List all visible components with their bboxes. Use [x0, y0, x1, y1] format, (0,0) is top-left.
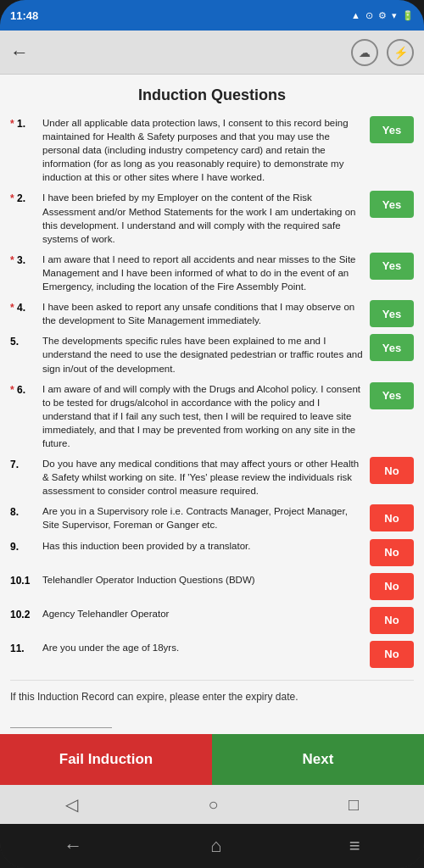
nav-bar: ← ☁ ⚡	[0, 31, 424, 75]
question-row: * 6.I am aware of and will comply with t…	[10, 382, 414, 450]
answer-button[interactable]: Yes	[370, 253, 414, 280]
next-button[interactable]: Next	[212, 734, 424, 785]
question-text: Under all applicable data protection law…	[42, 116, 363, 184]
home-home-button[interactable]: ⌂	[210, 835, 221, 857]
question-row: * 2.I have been briefed by my Employer o…	[10, 191, 414, 245]
main-content: Induction Questions * 1.Under all applic…	[0, 75, 424, 785]
question-text: I have been asked to report any unsafe c…	[42, 300, 363, 327]
question-text: Do you have any medical conditions that …	[42, 457, 363, 498]
signal-icon: ▲	[351, 10, 360, 20]
question-text: I am aware of and will comply with the D…	[42, 382, 363, 450]
content-scroll: Induction Questions * 1.Under all applic…	[0, 75, 424, 734]
home-menu-button[interactable]: ≡	[349, 835, 360, 857]
expiry-input[interactable]	[10, 708, 112, 728]
answer-button[interactable]: Yes	[370, 191, 414, 218]
question-number: * 2.	[10, 192, 36, 204]
question-text: Agency Telehandler Operator	[42, 607, 363, 620]
question-number: 10.1	[10, 575, 36, 587]
question-text: Are you under the age of 18yrs.	[42, 641, 363, 654]
question-row: * 3.I am aware that I need to report all…	[10, 253, 414, 293]
question-row: 9.Has this induction been provided by a …	[10, 539, 414, 566]
wifi2-icon: ▾	[392, 10, 397, 21]
home-bar: ← ⌂ ≡	[0, 824, 424, 868]
answer-button[interactable]: No	[370, 539, 414, 566]
android-home-button[interactable]: ○	[208, 795, 218, 815]
question-row: 10.2Agency Telehandler OperatorNo	[10, 607, 414, 634]
home-back-button[interactable]: ←	[64, 835, 82, 857]
question-number: * 6.	[10, 384, 36, 396]
question-number: 11.	[10, 643, 36, 654]
android-recent-button[interactable]: ◁	[65, 794, 78, 815]
back-button[interactable]: ←	[10, 42, 29, 64]
question-number: * 1.	[10, 118, 36, 130]
question-text: The developments specific rules have bee…	[42, 334, 363, 375]
question-number: * 4.	[10, 302, 36, 314]
question-number: 8.	[10, 506, 36, 518]
answer-button[interactable]: Yes	[370, 300, 414, 327]
question-number: 9.	[10, 541, 36, 553]
question-row: 8.Are you in a Supervisory role i.e. Con…	[10, 504, 414, 531]
question-text: I am aware that I need to report all acc…	[42, 253, 363, 293]
question-number: 5.	[10, 336, 36, 348]
status-icons: ▲ ⊙ ⚙ ▾ 🔋	[351, 10, 414, 21]
answer-button[interactable]: No	[370, 504, 414, 531]
fail-induction-button[interactable]: Fail Induction	[0, 734, 212, 785]
answer-button[interactable]: Yes	[370, 334, 414, 361]
android-back-button[interactable]: □	[349, 795, 359, 815]
answer-button[interactable]: No	[370, 457, 414, 484]
battery-icon: 🔋	[402, 10, 414, 21]
question-number: 7.	[10, 459, 36, 470]
question-row: 10.1Telehandler Operator Induction Quest…	[10, 573, 414, 600]
question-row: 11.Are you under the age of 18yrs.No	[10, 641, 414, 668]
android-nav-bar: ◁ ○ □	[0, 785, 424, 824]
status-time: 11:48	[10, 9, 38, 22]
question-number: 10.2	[10, 609, 36, 620]
nav-right-icons: ☁ ⚡	[351, 39, 414, 66]
bottom-buttons: Fail Induction Next	[0, 734, 424, 785]
page-title: Induction Questions	[10, 86, 414, 104]
wifi-icon: ⊙	[365, 10, 373, 21]
settings-icon: ⚙	[378, 10, 387, 21]
answer-button[interactable]: Yes	[370, 116, 414, 143]
status-bar: 11:48 ▲ ⊙ ⚙ ▾ 🔋	[0, 0, 424, 31]
battery-detail-icon[interactable]: ⚡	[387, 39, 414, 66]
question-row: * 4.I have been asked to report any unsa…	[10, 300, 414, 327]
question-row: 7.Do you have any medical conditions tha…	[10, 457, 414, 498]
question-text: Telehandler Operator Induction Questions…	[42, 573, 363, 587]
answer-button[interactable]: Yes	[370, 382, 414, 409]
questions-container: * 1.Under all applicable data protection…	[10, 116, 414, 668]
question-text: I have been briefed by my Employer on th…	[42, 191, 363, 245]
question-number: * 3.	[10, 254, 36, 266]
question-row: 5.The developments specific rules have b…	[10, 334, 414, 375]
question-row: * 1.Under all applicable data protection…	[10, 116, 414, 184]
answer-button[interactable]: No	[370, 607, 414, 634]
expiry-section: If this Induction Record can expire, ple…	[10, 680, 414, 734]
expiry-label: If this Induction Record can expire, ple…	[10, 689, 414, 704]
cloud-icon[interactable]: ☁	[351, 39, 378, 66]
answer-button[interactable]: No	[370, 641, 414, 668]
question-text: Are you in a Supervisory role i.e. Contr…	[42, 504, 363, 531]
question-text: Has this induction been provided by a tr…	[42, 539, 363, 553]
answer-button[interactable]: No	[370, 573, 414, 600]
